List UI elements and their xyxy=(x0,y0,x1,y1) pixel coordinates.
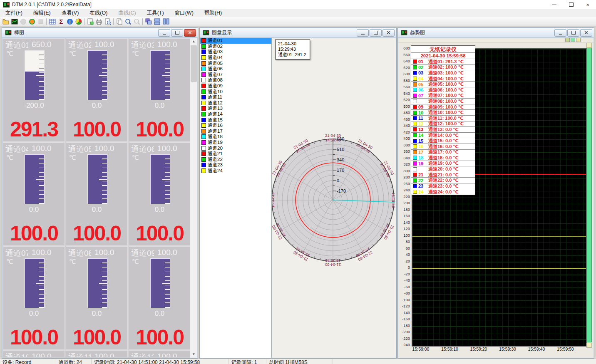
strip-button-icon[interactable] xyxy=(571,38,575,42)
copy-icon[interactable] xyxy=(115,17,124,25)
channel-list-item-13[interactable]: 通道13 xyxy=(200,106,271,111)
legend-color-icon xyxy=(413,127,417,131)
menu-item-3[interactable]: 在线(O) xyxy=(84,9,113,17)
gauge-value: 100.0 xyxy=(66,325,127,349)
toolbar: Σ i xyxy=(0,17,596,26)
channel-list-item-3[interactable]: 通道03 xyxy=(200,49,271,55)
scrollbar-thumb[interactable] xyxy=(586,48,592,342)
y-tick-label: 340 xyxy=(403,156,410,160)
legend-color-icon xyxy=(413,190,417,194)
record-start-icon[interactable] xyxy=(27,17,36,25)
channel-list-item-10[interactable]: 通道10 xyxy=(200,89,271,94)
channel-list: 通道01 通道02 通道03 通道04 通道05 通道06 通道07 通道08 … xyxy=(200,38,272,358)
channel-label: 通道08 xyxy=(68,248,91,259)
y-tick-label: 320 xyxy=(403,162,410,166)
gauge-max: 100.0 xyxy=(94,144,114,155)
menu-item-2[interactable]: 查看(V) xyxy=(56,9,84,17)
maximize-button[interactable] xyxy=(563,0,579,9)
trend-restore-button[interactable] xyxy=(567,29,579,37)
channel-list-item-1[interactable]: 通道01 xyxy=(200,38,271,44)
channel-color-icon xyxy=(201,151,206,156)
scroll-down-icon[interactable]: ▼ xyxy=(190,351,197,358)
app-icon xyxy=(3,2,10,7)
bar-vertical-scrollbar[interactable]: ▲ ▼ xyxy=(190,38,197,358)
bar-gauge-通道04: 通道04 100.0 ℃ 0.0 100.0 xyxy=(3,142,65,246)
scrollbar-thumb[interactable] xyxy=(191,45,197,82)
zoom-icon[interactable] xyxy=(124,17,132,25)
menu-item-6[interactable]: 窗口(W) xyxy=(169,9,199,17)
disc-window-title: 圆盘显示 xyxy=(212,29,232,36)
menu-item-0[interactable]: 文件(F) xyxy=(0,9,28,17)
bar-minimize-button[interactable] xyxy=(158,29,170,37)
trend-close-button[interactable]: ✕ xyxy=(580,29,592,37)
y-tick-label: 500 xyxy=(403,104,410,109)
channel-list-item-21[interactable]: 通道21 xyxy=(200,151,271,157)
channel-list-item-15[interactable]: 通道15 xyxy=(200,117,271,123)
print-preview-icon[interactable] xyxy=(103,17,112,25)
legend-color-icon xyxy=(413,99,417,103)
y-tick-label: -100 xyxy=(402,298,410,302)
strip-button-icon[interactable] xyxy=(576,38,581,42)
pie-chart-icon[interactable] xyxy=(74,17,83,25)
channel-list-item-9[interactable]: 通道09 xyxy=(200,83,271,89)
y-tick-label: 280 xyxy=(403,175,410,179)
gauge-value: 100.0 xyxy=(129,117,190,141)
menu-item-7[interactable]: 帮助(H) xyxy=(199,9,227,17)
data-table-icon[interactable] xyxy=(48,17,57,25)
strip-button-icon[interactable] xyxy=(565,38,570,42)
channel-list-item-24[interactable]: 通道24 xyxy=(200,168,271,174)
y-tick-label: 660 xyxy=(403,53,410,57)
channel-list-item-18[interactable]: 通道18 xyxy=(200,134,271,140)
channel-list-item-7[interactable]: 通道07 xyxy=(200,72,271,78)
channel-list-item-11[interactable]: 通道11 xyxy=(200,94,271,100)
disc-restore-button[interactable] xyxy=(370,29,382,37)
realdata-view-icon[interactable] xyxy=(10,17,19,25)
disc-window-titlebar[interactable]: 圆盘显示 ✕ xyxy=(200,28,396,38)
open-folder-icon[interactable] xyxy=(1,17,10,25)
trend-vertical-scrollbar[interactable] xyxy=(586,43,592,348)
scroll-up-icon[interactable]: ▲ xyxy=(190,38,197,45)
gauge-max: 100.0 xyxy=(94,248,114,259)
scrollbar-cap[interactable] xyxy=(586,343,592,348)
channel-color-icon xyxy=(201,67,206,71)
menu-item-5[interactable]: 工具(T) xyxy=(142,9,169,17)
tile-vertical-icon[interactable] xyxy=(161,17,170,25)
channel-list-item-17[interactable]: 通道17 xyxy=(200,129,271,134)
legend-channel-number: 11 xyxy=(418,116,426,121)
channel-list-item-8[interactable]: 通道08 xyxy=(200,77,271,83)
channel-list-item-14[interactable]: 通道14 xyxy=(200,111,271,117)
channel-list-item-2[interactable]: 通道02 xyxy=(200,44,271,50)
channel-list-item-19[interactable]: 通道19 xyxy=(200,140,271,146)
channel-list-item-6[interactable]: 通道06 xyxy=(200,66,271,72)
trend-minimize-button[interactable] xyxy=(554,29,566,37)
channel-color-icon xyxy=(201,163,206,167)
gauge-track xyxy=(25,154,45,204)
bar-close-button[interactable]: ✕ xyxy=(184,29,196,37)
bar-restore-button[interactable] xyxy=(171,29,183,37)
disc-close-button[interactable]: ✕ xyxy=(382,29,395,37)
channel-color-icon xyxy=(201,106,206,111)
channel-list-item-16[interactable]: 通道16 xyxy=(200,123,271,129)
channel-list-item-4[interactable]: 通道04 xyxy=(200,55,271,61)
cascade-windows-icon[interactable] xyxy=(144,17,153,25)
channel-list-item-12[interactable]: 通道12 xyxy=(200,100,271,106)
print-icon[interactable] xyxy=(94,17,103,25)
statistics-sigma-icon[interactable]: Σ xyxy=(57,17,65,25)
export-page-icon[interactable] xyxy=(86,17,94,25)
tile-horizontal-icon[interactable] xyxy=(153,17,161,25)
disc-minimize-button[interactable] xyxy=(357,29,369,37)
gauge-unit: ℃ xyxy=(6,50,13,57)
trend-window-titlebar[interactable]: 趋势图 ✕ xyxy=(398,28,594,38)
info-icon[interactable]: i xyxy=(65,17,74,25)
menu-item-1[interactable]: 编辑(E) xyxy=(28,9,56,17)
channel-list-item-5[interactable]: 通道05 xyxy=(200,60,271,66)
minimize-button[interactable] xyxy=(546,0,563,9)
channel-list-item-20[interactable]: 通道20 xyxy=(200,145,271,151)
close-button[interactable]: × xyxy=(579,0,596,9)
bar-window-titlebar[interactable]: 棒图 ✕ xyxy=(2,28,198,38)
channel-list-item-22[interactable]: 通道22 xyxy=(200,156,271,162)
scrollbar-cap[interactable] xyxy=(586,43,592,48)
bar-gauge-通道05: 通道05 100.0 ℃ 0.0 100.0 xyxy=(66,142,128,246)
bar-gauge-通道08: 通道08 100.0 ℃ 0.0 100.0 xyxy=(66,246,128,350)
channel-list-item-23[interactable]: 通道23 xyxy=(200,162,271,168)
